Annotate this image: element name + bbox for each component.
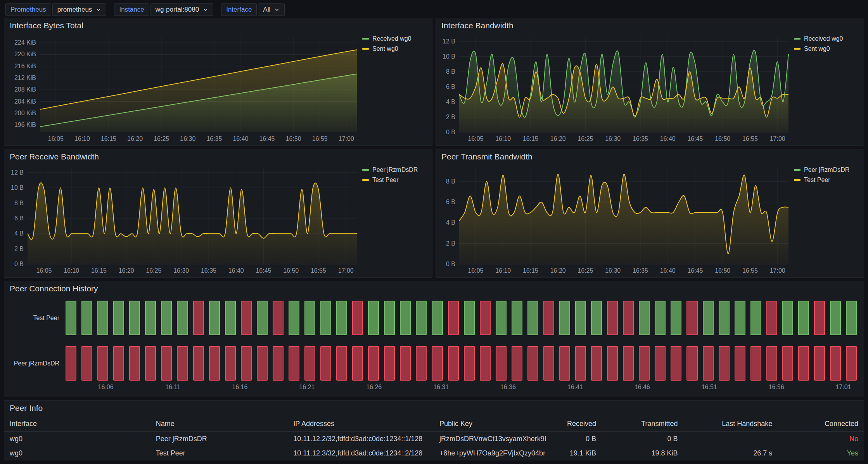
svg-text:4 B: 4 B xyxy=(446,99,455,105)
legend-item[interactable]: Test Peer xyxy=(362,177,429,184)
column-header-connected[interactable]: Connected xyxy=(778,420,864,428)
series-label: Received wg0 xyxy=(804,35,843,42)
column-header-public-key[interactable]: Public Key xyxy=(434,420,546,428)
svg-text:4 B: 4 B xyxy=(446,219,455,226)
svg-text:16:40: 16:40 xyxy=(228,267,244,274)
peer-info-table-body: wg0Peer jRzmDsDR10.11.12.2/32,fdfd:d3ad:… xyxy=(4,432,864,461)
status-bar-connected xyxy=(129,301,140,335)
status-bar-connected xyxy=(145,301,156,335)
variable-dropdown-prometheus[interactable]: prometheus xyxy=(52,3,107,16)
status-bar-connected xyxy=(209,301,220,335)
panel-title-peer-info[interactable]: Peer Info xyxy=(4,401,864,416)
panel-peer-connection-history: Peer Connection History Test PeerPeer jR… xyxy=(4,281,864,397)
panel-title-interface-bandwidth[interactable]: Interface Bandwidth xyxy=(436,18,864,33)
interface-bytes-total-chart[interactable]: 196 KiB200 KiB204 KiB208 KiB212 KiB216 K… xyxy=(7,33,359,143)
status-bar-disconnected xyxy=(719,346,730,381)
status-bar-disconnected xyxy=(320,346,331,381)
svg-text:16:35: 16:35 xyxy=(633,267,648,274)
x-axis-label: 16:51 xyxy=(702,384,717,391)
variable-value: wg-portal:8080 xyxy=(156,6,199,14)
panel-row-2: Peer Receive Bandwidth 0 B2 B4 B6 B8 B10… xyxy=(4,149,864,278)
status-bar-connected xyxy=(400,301,411,335)
legend-item[interactable]: Peer jRzmDsDR xyxy=(362,166,429,173)
panel-title-peer-transmit-bandwidth[interactable]: Peer Transmit Bandwidth xyxy=(436,149,864,164)
x-axis-label: 17:01 xyxy=(835,384,851,391)
status-bar-disconnected xyxy=(512,346,522,381)
svg-text:0 B: 0 B xyxy=(14,261,24,267)
panel-interface-bandwidth: Interface Bandwidth 0 B2 B4 B6 B8 B10 B1… xyxy=(436,18,864,146)
svg-text:16:55: 16:55 xyxy=(312,135,328,142)
column-header-name[interactable]: Name xyxy=(150,420,288,428)
status-bar-disconnected xyxy=(798,346,809,381)
panel-body: 0 B2 B4 B6 B8 B16:0516:1016:1516:2016:25… xyxy=(439,164,861,275)
panel-title-interface-bytes-total[interactable]: Interface Bytes Total xyxy=(4,18,432,33)
panel-title-peer-connection-history[interactable]: Peer Connection History xyxy=(4,281,864,296)
column-header-received[interactable]: Received xyxy=(546,420,602,428)
variable-dropdown-interface[interactable]: All xyxy=(258,3,285,16)
variable-label-interface[interactable]: Interface xyxy=(221,3,257,16)
svg-text:10 B: 10 B xyxy=(11,184,24,191)
svg-text:16:15: 16:15 xyxy=(91,267,107,274)
chart-canvas: 0 B2 B4 B6 B8 B10 B12 B16:0516:1016:1516… xyxy=(7,164,359,275)
status-bar-connected xyxy=(225,301,236,335)
status-bar-disconnected xyxy=(113,346,124,381)
peer-receive-bandwidth-chart[interactable]: 0 B2 B4 B6 B8 B10 B12 B16:0516:1016:1516… xyxy=(7,164,359,275)
x-axis-label: 16:06 xyxy=(98,384,114,391)
status-history-rows xyxy=(66,301,857,381)
x-axis-label: 16:11 xyxy=(165,384,180,391)
legend-item[interactable]: Sent wg0 xyxy=(362,45,429,52)
status-bar-connected xyxy=(798,301,809,335)
variable-instance: Instancewg-portal:8080 xyxy=(114,3,213,16)
column-header-interface[interactable]: Interface xyxy=(4,420,150,428)
status-bar-disconnected xyxy=(623,301,634,335)
svg-text:16:45: 16:45 xyxy=(687,267,703,274)
status-bar-disconnected xyxy=(352,346,363,381)
series-color-swatch xyxy=(362,179,369,181)
svg-text:16:05: 16:05 xyxy=(468,135,483,142)
column-header-ip-addresses[interactable]: IP Addresses xyxy=(288,420,434,428)
status-bar-disconnected xyxy=(257,346,268,381)
status-bar-disconnected xyxy=(416,346,427,381)
column-header-transmitted[interactable]: Transmitted xyxy=(602,420,683,428)
peer-transmit-bandwidth-chart[interactable]: 0 B2 B4 B6 B8 B16:0516:1016:1516:2016:25… xyxy=(439,164,791,275)
status-bar-connected xyxy=(782,301,793,335)
x-axis-label: 16:21 xyxy=(299,384,315,391)
svg-text:16:10: 16:10 xyxy=(495,267,511,274)
column-header-last-handshake[interactable]: Last Handshake xyxy=(683,420,778,428)
status-bar-connected xyxy=(750,301,761,335)
svg-text:16:45: 16:45 xyxy=(687,135,703,142)
x-axis-label: 16:16 xyxy=(232,384,247,391)
status-bar-disconnected xyxy=(448,301,459,335)
variable-label-instance[interactable]: Instance xyxy=(114,3,149,16)
status-bar-disconnected xyxy=(766,301,777,335)
legend-item[interactable]: Peer jRzmDsDR xyxy=(794,166,861,173)
panel-title-peer-receive-bandwidth[interactable]: Peer Receive Bandwidth xyxy=(4,149,432,164)
legend-item[interactable]: Received wg0 xyxy=(794,35,861,42)
interface-bandwidth-chart[interactable]: 0 B2 B4 B6 B8 B10 B12 B16:0516:1016:1516… xyxy=(439,33,791,143)
panel-interface-bytes-total: Interface Bytes Total 196 KiB200 KiB204 … xyxy=(4,18,432,146)
status-bar-disconnected xyxy=(543,301,554,335)
status-bar-disconnected xyxy=(480,346,491,381)
status-bar-disconnected xyxy=(814,301,825,335)
dashboard-grid: Interface Bytes Total 196 KiB200 KiB204 … xyxy=(0,18,868,464)
status-bar-connected xyxy=(432,301,443,335)
svg-text:220 KiB: 220 KiB xyxy=(14,51,36,57)
series-label: Sent wg0 xyxy=(372,45,398,52)
svg-text:0 B: 0 B xyxy=(446,129,455,135)
variable-dropdown-instance[interactable]: wg-portal:8080 xyxy=(150,3,213,16)
svg-text:0 B: 0 B xyxy=(446,261,455,267)
variable-label-prometheus[interactable]: Prometheus xyxy=(5,3,51,16)
status-bar-connected xyxy=(527,301,538,335)
legend-item[interactable]: Test Peer xyxy=(794,177,861,184)
legend-item[interactable]: Received wg0 xyxy=(362,35,429,42)
series-label: Test Peer xyxy=(372,177,399,184)
variable-interface: InterfaceAll xyxy=(221,3,285,16)
status-bar-disconnected xyxy=(368,346,379,381)
peer-info-table-header: InterfaceNameIP AddressesPublic KeyRecei… xyxy=(4,416,864,432)
svg-text:16:55: 16:55 xyxy=(742,267,758,274)
chart-canvas: 0 B2 B4 B6 B8 B10 B12 B16:0516:1016:1516… xyxy=(439,33,791,143)
svg-text:6 B: 6 B xyxy=(446,83,455,90)
svg-text:16:05: 16:05 xyxy=(36,267,52,274)
svg-text:16:30: 16:30 xyxy=(173,267,189,274)
legend-item[interactable]: Sent wg0 xyxy=(794,45,861,52)
